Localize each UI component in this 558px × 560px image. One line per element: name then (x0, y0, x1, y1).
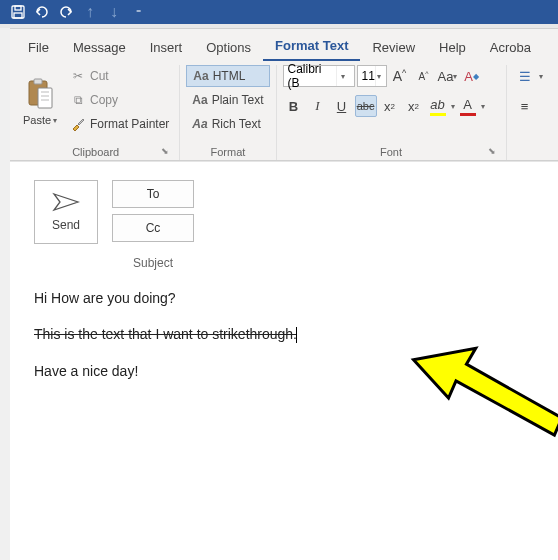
copy-label: Copy (90, 93, 118, 107)
font-group-label: Font (380, 146, 402, 158)
font-color-button[interactable]: A (457, 95, 479, 117)
superscript-button[interactable]: x2 (403, 95, 425, 117)
compose-window: File Message Insert Options Format Text … (10, 28, 558, 560)
ribbon-tabs: File Message Insert Options Format Text … (10, 29, 558, 61)
svg-rect-4 (34, 79, 42, 84)
format-html-option[interactable]: AaHTML (186, 65, 269, 87)
svg-rect-2 (14, 13, 22, 18)
ribbon: Paste▾ ✂ Cut ⧉ Copy Format Painter (10, 61, 558, 161)
font-size-value: 11 (362, 69, 375, 83)
down-arrow-icon[interactable]: ↓ (102, 0, 126, 24)
chevron-down-icon[interactable]: ▾ (481, 102, 485, 111)
tab-message[interactable]: Message (61, 34, 138, 61)
aa-icon: Aa (192, 117, 207, 131)
rich-label: Rich Text (212, 117, 261, 131)
paste-label: Paste (23, 114, 51, 126)
body-line-3: Have a nice day! (34, 363, 546, 379)
aa-icon: Aa (192, 93, 207, 107)
clipboard-group-label: Clipboard (72, 146, 119, 158)
format-painter-button[interactable]: Format Painter (66, 113, 173, 135)
html-label: HTML (213, 69, 246, 83)
body-line-1: Hi How are you doing? (34, 290, 546, 306)
font-size-combo[interactable]: 11▾ (357, 65, 387, 87)
change-case-button[interactable]: Aa▾ (437, 65, 459, 87)
quick-access-toolbar: ↑ ↓ ⁼ (0, 0, 558, 24)
group-font: Calibri (B▾ 11▾ A^ A^ Aa▾ A◆ B I U abc x… (277, 65, 507, 160)
paragraph-group-label (513, 144, 543, 160)
aa-icon: Aa (193, 69, 208, 83)
up-arrow-icon[interactable]: ↑ (78, 0, 102, 24)
italic-button[interactable]: I (307, 95, 329, 117)
scissors-icon: ✂ (70, 68, 86, 84)
tab-acrobat[interactable]: Acroba (478, 34, 543, 61)
grow-font-button[interactable]: A^ (389, 65, 411, 87)
tab-insert[interactable]: Insert (138, 34, 195, 61)
chevron-down-icon[interactable]: ▾ (539, 72, 543, 81)
paintbrush-icon (70, 116, 86, 132)
svg-rect-1 (15, 6, 21, 10)
shrink-font-button[interactable]: A^ (413, 65, 435, 87)
tab-file[interactable]: File (16, 34, 61, 61)
format-plain-option[interactable]: AaPlain Text (186, 89, 269, 111)
text-cursor (296, 327, 297, 343)
cut-label: Cut (90, 69, 109, 83)
tab-format-text[interactable]: Format Text (263, 32, 360, 61)
format-group-label: Format (186, 144, 269, 160)
send-button[interactable]: Send (34, 180, 98, 244)
format-rich-option[interactable]: AaRich Text (186, 113, 269, 135)
group-paragraph: ☰ ▾ ≡ (507, 65, 549, 160)
customize-qat-icon[interactable]: ⁼ (126, 0, 150, 24)
subject-label: Subject (112, 256, 194, 270)
cc-button[interactable]: Cc (112, 214, 194, 242)
redo-icon[interactable] (54, 0, 78, 24)
copy-button[interactable]: ⧉ Copy (66, 89, 173, 111)
subscript-button[interactable]: x2 (379, 95, 401, 117)
tab-options[interactable]: Options (194, 34, 263, 61)
group-clipboard: Paste▾ ✂ Cut ⧉ Copy Format Painter (12, 65, 180, 160)
bullets-button[interactable]: ☰ (513, 65, 537, 87)
compose-area: Send To Cc Subject Hi How are you doing?… (10, 161, 558, 560)
align-left-button[interactable]: ≡ (513, 95, 537, 117)
chevron-down-icon[interactable]: ▾ (451, 102, 455, 111)
highlight-button[interactable]: ab (427, 95, 449, 117)
copy-icon: ⧉ (70, 92, 86, 108)
group-format: AaHTML AaPlain Text AaRich Text Format (180, 65, 276, 160)
clear-formatting-button[interactable]: A◆ (461, 65, 483, 87)
plain-label: Plain Text (212, 93, 264, 107)
chevron-down-icon[interactable]: ▾ (336, 66, 350, 86)
font-name-combo[interactable]: Calibri (B▾ (283, 65, 355, 87)
cut-button[interactable]: ✂ Cut (66, 65, 173, 87)
email-body[interactable]: Hi How are you doing? This is the text t… (34, 290, 546, 379)
format-painter-label: Format Painter (90, 117, 169, 131)
font-dialog-launcher[interactable]: ⬊ (486, 146, 498, 158)
tab-review[interactable]: Review (360, 34, 427, 61)
paste-button[interactable]: Paste▾ (18, 65, 62, 135)
chevron-down-icon[interactable]: ▾ (375, 66, 382, 86)
underline-button[interactable]: U (331, 95, 353, 117)
to-button[interactable]: To (112, 180, 194, 208)
bold-button[interactable]: B (283, 95, 305, 117)
save-icon[interactable] (6, 0, 30, 24)
undo-icon[interactable] (30, 0, 54, 24)
clipboard-dialog-launcher[interactable]: ⬊ (159, 146, 171, 158)
strikethrough-button[interactable]: abc (355, 95, 377, 117)
paste-icon (26, 74, 54, 114)
font-name-value: Calibri (B (288, 62, 336, 90)
send-icon (52, 192, 80, 212)
tab-help[interactable]: Help (427, 34, 478, 61)
chevron-down-icon: ▾ (53, 116, 57, 125)
svg-rect-5 (38, 88, 52, 108)
body-line-2: This is the text that I want to striketh… (34, 326, 546, 343)
send-label: Send (52, 218, 80, 232)
